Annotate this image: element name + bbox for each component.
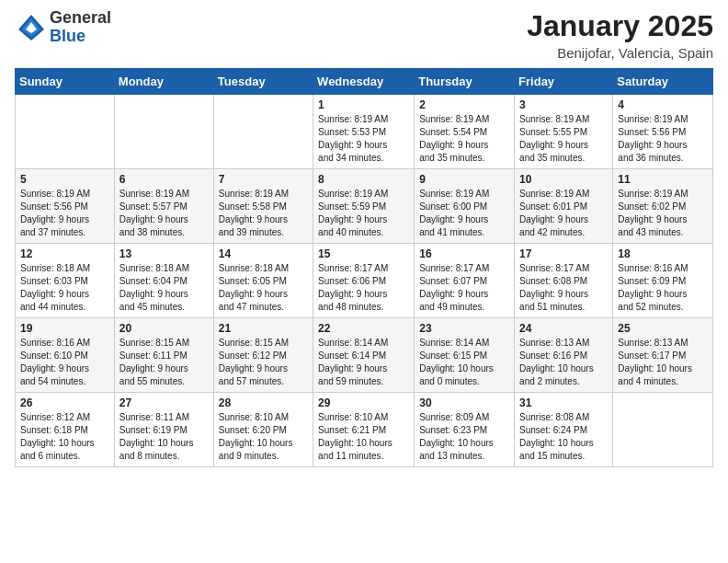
- calendar-cell: 20Sunrise: 8:15 AMSunset: 6:11 PMDayligh…: [114, 318, 213, 393]
- day-info: Sunrise: 8:15 AMSunset: 6:12 PMDaylight:…: [219, 337, 308, 388]
- day-info: Sunrise: 8:08 AMSunset: 6:24 PMDaylight:…: [519, 411, 608, 463]
- calendar-cell: 13Sunrise: 8:18 AMSunset: 6:04 PMDayligh…: [114, 244, 213, 318]
- day-number: 1: [318, 98, 409, 111]
- logo-blue: Blue: [50, 28, 111, 46]
- day-number: 8: [318, 173, 409, 186]
- day-info: Sunrise: 8:19 AMSunset: 5:56 PMDaylight:…: [618, 113, 708, 165]
- weekday-header-tuesday: Tuesday: [213, 69, 313, 95]
- logo-general: General: [50, 9, 111, 28]
- day-number: 11: [618, 173, 708, 186]
- day-info: Sunrise: 8:14 AMSunset: 6:15 PMDaylight:…: [419, 337, 509, 388]
- day-info: Sunrise: 8:17 AMSunset: 6:08 PMDaylight:…: [519, 262, 608, 314]
- day-number: 9: [419, 173, 509, 186]
- day-number: 16: [419, 247, 509, 260]
- week-row-0: 1Sunrise: 8:19 AMSunset: 5:53 PMDaylight…: [16, 95, 713, 169]
- day-number: 30: [419, 396, 509, 409]
- day-info: Sunrise: 8:19 AMSunset: 5:57 PMDaylight:…: [119, 188, 209, 239]
- weekday-header-friday: Friday: [515, 69, 613, 95]
- weekday-header-wednesday: Wednesday: [313, 69, 415, 95]
- calendar-cell: 4Sunrise: 8:19 AMSunset: 5:56 PMDaylight…: [613, 95, 713, 169]
- day-number: 13: [119, 247, 209, 260]
- calendar-cell: 30Sunrise: 8:09 AMSunset: 6:23 PMDayligh…: [415, 393, 515, 467]
- day-info: Sunrise: 8:19 AMSunset: 6:01 PMDaylight:…: [519, 188, 608, 239]
- calendar-cell: 10Sunrise: 8:19 AMSunset: 6:01 PMDayligh…: [515, 169, 613, 244]
- calendar-cell: 9Sunrise: 8:19 AMSunset: 6:00 PMDaylight…: [415, 169, 515, 244]
- week-row-4: 26Sunrise: 8:12 AMSunset: 6:18 PMDayligh…: [16, 393, 713, 467]
- day-info: Sunrise: 8:15 AMSunset: 6:11 PMDaylight:…: [119, 337, 209, 388]
- day-number: 22: [318, 322, 409, 335]
- day-number: 31: [519, 396, 608, 409]
- month-title: January 2025: [527, 9, 713, 43]
- day-info: Sunrise: 8:12 AMSunset: 6:18 PMDaylight:…: [20, 411, 109, 463]
- weekday-header-thursday: Thursday: [415, 69, 515, 95]
- day-number: 18: [618, 247, 708, 260]
- calendar-cell: 3Sunrise: 8:19 AMSunset: 5:55 PMDaylight…: [515, 95, 613, 169]
- day-info: Sunrise: 8:17 AMSunset: 6:07 PMDaylight:…: [419, 262, 509, 314]
- calendar-cell: 8Sunrise: 8:19 AMSunset: 5:59 PMDaylight…: [313, 169, 415, 244]
- day-number: 3: [519, 98, 608, 111]
- location-title: Benijofar, Valencia, Spain: [527, 45, 713, 61]
- logo-icon: [15, 11, 48, 44]
- logo-text: General Blue: [50, 9, 111, 46]
- day-number: 15: [318, 247, 409, 260]
- calendar-cell: 16Sunrise: 8:17 AMSunset: 6:07 PMDayligh…: [415, 244, 515, 318]
- calendar-cell: 31Sunrise: 8:08 AMSunset: 6:24 PMDayligh…: [515, 393, 613, 467]
- calendar-cell: 24Sunrise: 8:13 AMSunset: 6:16 PMDayligh…: [515, 318, 613, 393]
- day-info: Sunrise: 8:14 AMSunset: 6:14 PMDaylight:…: [318, 337, 409, 388]
- day-info: Sunrise: 8:19 AMSunset: 5:59 PMDaylight:…: [318, 188, 409, 239]
- logo: General Blue: [15, 9, 111, 46]
- calendar-cell: 11Sunrise: 8:19 AMSunset: 6:02 PMDayligh…: [613, 169, 713, 244]
- day-info: Sunrise: 8:09 AMSunset: 6:23 PMDaylight:…: [419, 411, 509, 463]
- calendar-cell: [213, 95, 313, 169]
- day-number: 25: [618, 322, 708, 335]
- day-info: Sunrise: 8:10 AMSunset: 6:21 PMDaylight:…: [318, 411, 409, 463]
- calendar-cell: 27Sunrise: 8:11 AMSunset: 6:19 PMDayligh…: [114, 393, 213, 467]
- day-number: 6: [119, 173, 209, 186]
- day-info: Sunrise: 8:16 AMSunset: 6:09 PMDaylight:…: [618, 262, 708, 314]
- day-info: Sunrise: 8:19 AMSunset: 6:00 PMDaylight:…: [419, 188, 509, 239]
- calendar-cell: 21Sunrise: 8:15 AMSunset: 6:12 PMDayligh…: [213, 318, 313, 393]
- day-number: 5: [20, 173, 109, 186]
- calendar-cell: [114, 95, 213, 169]
- day-info: Sunrise: 8:19 AMSunset: 5:58 PMDaylight:…: [219, 188, 308, 239]
- calendar-cell: 6Sunrise: 8:19 AMSunset: 5:57 PMDaylight…: [114, 169, 213, 244]
- calendar-cell: 19Sunrise: 8:16 AMSunset: 6:10 PMDayligh…: [16, 318, 115, 393]
- day-number: 4: [618, 98, 708, 111]
- calendar-cell: 26Sunrise: 8:12 AMSunset: 6:18 PMDayligh…: [16, 393, 115, 467]
- day-info: Sunrise: 8:19 AMSunset: 5:56 PMDaylight:…: [20, 188, 109, 239]
- weekday-header-sunday: Sunday: [16, 69, 115, 95]
- page: General Blue January 2025 Benijofar, Val…: [0, 0, 728, 563]
- week-row-2: 12Sunrise: 8:18 AMSunset: 6:03 PMDayligh…: [16, 244, 713, 318]
- calendar-cell: 12Sunrise: 8:18 AMSunset: 6:03 PMDayligh…: [16, 244, 115, 318]
- day-info: Sunrise: 8:17 AMSunset: 6:06 PMDaylight:…: [318, 262, 409, 314]
- day-number: 19: [20, 322, 109, 335]
- calendar-cell: 28Sunrise: 8:10 AMSunset: 6:20 PMDayligh…: [213, 393, 313, 467]
- calendar-cell: 15Sunrise: 8:17 AMSunset: 6:06 PMDayligh…: [313, 244, 415, 318]
- day-number: 29: [318, 396, 409, 409]
- day-number: 24: [519, 322, 608, 335]
- day-number: 23: [419, 322, 509, 335]
- calendar-cell: 22Sunrise: 8:14 AMSunset: 6:14 PMDayligh…: [313, 318, 415, 393]
- calendar: SundayMondayTuesdayWednesdayThursdayFrid…: [15, 68, 713, 467]
- day-info: Sunrise: 8:19 AMSunset: 6:02 PMDaylight:…: [618, 188, 708, 239]
- week-row-3: 19Sunrise: 8:16 AMSunset: 6:10 PMDayligh…: [16, 318, 713, 393]
- day-info: Sunrise: 8:19 AMSunset: 5:54 PMDaylight:…: [419, 113, 509, 165]
- day-number: 2: [419, 98, 509, 111]
- day-number: 26: [20, 396, 109, 409]
- day-info: Sunrise: 8:11 AMSunset: 6:19 PMDaylight:…: [119, 411, 209, 463]
- weekday-header-monday: Monday: [114, 69, 213, 95]
- day-number: 17: [519, 247, 608, 260]
- day-info: Sunrise: 8:18 AMSunset: 6:03 PMDaylight:…: [20, 262, 109, 314]
- calendar-cell: [16, 95, 115, 169]
- calendar-cell: [613, 393, 713, 467]
- day-info: Sunrise: 8:19 AMSunset: 5:53 PMDaylight:…: [318, 113, 409, 165]
- calendar-cell: 14Sunrise: 8:18 AMSunset: 6:05 PMDayligh…: [213, 244, 313, 318]
- header: General Blue January 2025 Benijofar, Val…: [15, 9, 713, 61]
- day-number: 28: [219, 396, 308, 409]
- day-number: 21: [219, 322, 308, 335]
- calendar-cell: 2Sunrise: 8:19 AMSunset: 5:54 PMDaylight…: [415, 95, 515, 169]
- day-number: 14: [219, 247, 308, 260]
- calendar-cell: 29Sunrise: 8:10 AMSunset: 6:21 PMDayligh…: [313, 393, 415, 467]
- day-info: Sunrise: 8:16 AMSunset: 6:10 PMDaylight:…: [20, 337, 109, 388]
- calendar-cell: 17Sunrise: 8:17 AMSunset: 6:08 PMDayligh…: [515, 244, 613, 318]
